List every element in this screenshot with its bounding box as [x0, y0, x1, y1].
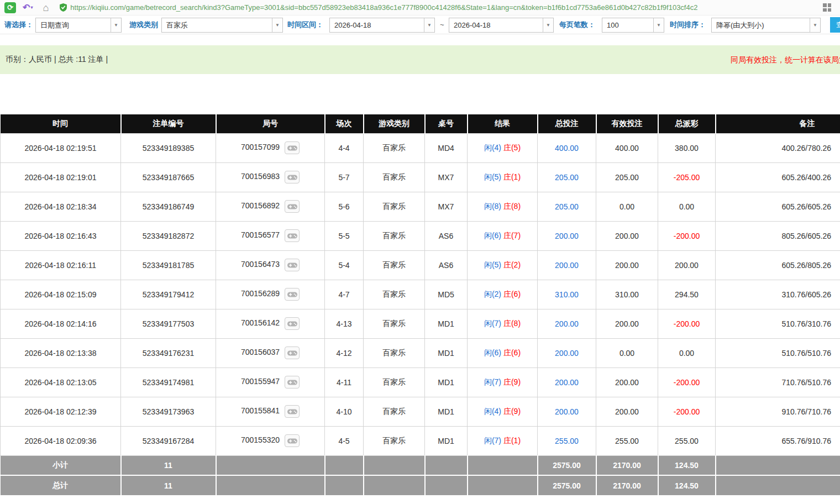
subtotal-label: 小计	[1, 455, 121, 475]
cell-payout: 200.00	[658, 250, 716, 280]
result-player: 闲(7)	[484, 436, 501, 445]
cell-session: 5-5	[325, 221, 364, 250]
header-time: 时间	[1, 114, 121, 133]
refresh-icon[interactable]: ⟳	[4, 2, 16, 13]
game-type-select[interactable]: 百家乐 ▼	[161, 18, 283, 33]
cell-table-no: MD5	[425, 280, 468, 309]
table-row: 2026-04-18 02:16:11523349181785700156473…	[1, 250, 840, 280]
cell-session: 4-11	[325, 368, 364, 397]
total-count: 11	[121, 475, 216, 495]
cell-valid-bet: 255.00	[596, 426, 658, 455]
cell-note: 605.26/400.26	[716, 162, 840, 192]
cell-payout: -200.00	[658, 309, 716, 338]
cell-result: 闲(7) 庄(8)	[468, 309, 538, 338]
cell-table-no: MD1	[425, 397, 468, 426]
time-sort-select[interactable]: 降幂(由大到小) ▼	[711, 18, 821, 33]
cell-game-type: 百家乐	[364, 221, 425, 250]
security-shield-icon[interactable]	[60, 3, 67, 12]
result-player: 闲(7)	[484, 377, 501, 386]
bet-records-table: 时间 注单编号 局号 场次 游戏类别 桌号 结果 总投注 有效投注 总派彩 备注…	[0, 114, 840, 495]
total-label: 总计	[1, 475, 121, 495]
game-controller-icon[interactable]	[285, 405, 300, 418]
browser-toolbar: ⟳ ↶▾ ⌂ https://kiqiiu.com/game/betrecord…	[0, 0, 840, 15]
table-row: 2026-04-18 02:15:09523349179412700156289…	[1, 280, 840, 309]
header-payout: 总派彩	[658, 114, 716, 133]
header-session: 场次	[325, 114, 364, 133]
game-controller-icon[interactable]	[285, 229, 300, 242]
cell-bet-no: 523349177503	[121, 309, 216, 338]
cell-game-type: 百家乐	[364, 280, 425, 309]
cell-table-no: MD1	[425, 338, 468, 368]
cell-bet-no: 523349187665	[121, 162, 216, 192]
cell-payout: -205.00	[658, 162, 716, 192]
game-controller-icon[interactable]	[285, 317, 300, 330]
result-player: 闲(4)	[484, 407, 501, 416]
game-controller-icon[interactable]	[285, 288, 300, 301]
cell-total-bet: 200.00	[538, 338, 596, 368]
cell-time: 2026-04-18 02:18:34	[1, 192, 121, 221]
table-row: 2026-04-18 02:19:51523349189385700157099…	[1, 133, 840, 162]
header-table-no: 桌号	[425, 114, 468, 133]
game-controller-icon[interactable]	[285, 200, 300, 213]
cell-note: 510.76/510.76	[716, 338, 840, 368]
cell-time: 2026-04-18 02:15:09	[1, 280, 121, 309]
date-to-select[interactable]: 2026-04-18 ▼	[449, 18, 554, 33]
cell-payout: 255.00	[658, 426, 716, 455]
cell-session: 5-7	[325, 162, 364, 192]
chevron-down-icon: ▼	[810, 18, 820, 32]
cell-empty	[468, 475, 538, 495]
home-icon[interactable]: ⌂	[43, 2, 49, 13]
result-player: 闲(5)	[484, 260, 501, 269]
filter-bar: 请选择： 日期查询 ▼ 游戏类别 百家乐 ▼ 时间区间： 2026-04-18 …	[0, 15, 840, 34]
cell-table-no: MD1	[425, 368, 468, 397]
game-controller-icon[interactable]	[285, 347, 300, 359]
cell-time: 2026-04-18 02:13:05	[1, 368, 121, 397]
cell-valid-bet: 200.00	[596, 368, 658, 397]
game-controller-icon[interactable]	[285, 434, 300, 447]
result-player: 闲(5)	[484, 172, 501, 181]
cell-bet-no: 523349182872	[121, 221, 216, 250]
cell-note: 805.26/605.26	[716, 221, 840, 250]
cell-time: 2026-04-18 02:13:38	[1, 338, 121, 368]
cell-game-type: 百家乐	[364, 426, 425, 455]
cell-empty	[425, 475, 468, 495]
game-controller-icon[interactable]	[285, 171, 300, 183]
cell-empty	[216, 455, 325, 475]
cell-total-bet: 255.00	[538, 426, 596, 455]
cell-session: 4-13	[325, 309, 364, 338]
cell-empty	[364, 475, 425, 495]
total-payout: 124.50	[658, 475, 716, 495]
url-text: https://kiqiiu.com/game/betrecord_search…	[70, 3, 697, 12]
date-from-select[interactable]: 2026-04-18 ▼	[329, 18, 435, 33]
cell-table-no: MD4	[425, 133, 468, 162]
address-bar[interactable]: https://kiqiiu.com/game/betrecord_search…	[60, 1, 815, 14]
round-number: 700156473	[241, 260, 280, 269]
cell-note: 605.26/605.26	[716, 192, 840, 221]
cell-empty	[325, 455, 364, 475]
cell-total-bet: 200.00	[538, 397, 596, 426]
cell-note: 910.76/710.76	[716, 397, 840, 426]
search-button[interactable]: 查询	[830, 17, 840, 33]
cell-payout: -200.00	[658, 368, 716, 397]
cell-time: 2026-04-18 02:16:11	[1, 250, 121, 280]
game-controller-icon[interactable]	[285, 376, 300, 389]
cell-table-no: MD1	[425, 309, 468, 338]
cell-result: 闲(7) 庄(9)	[468, 368, 538, 397]
cell-result: 闲(2) 庄(6)	[468, 280, 538, 309]
result-banker: 庄(8)	[503, 319, 521, 328]
cell-game-type: 百家乐	[364, 192, 425, 221]
cell-time: 2026-04-18 02:19:01	[1, 162, 121, 192]
game-controller-icon[interactable]	[285, 259, 300, 271]
cell-result: 闲(5) 庄(1)	[468, 162, 538, 192]
query-type-label: 请选择：	[4, 15, 33, 34]
extension-icon[interactable]	[823, 3, 831, 12]
cell-bet-no: 523349189385	[121, 133, 216, 162]
page-size-select[interactable]: 100 ▼	[602, 18, 664, 33]
chevron-down-icon: ▼	[272, 18, 282, 32]
query-type-select[interactable]: 日期查询 ▼	[35, 18, 122, 33]
game-controller-icon[interactable]	[285, 141, 300, 154]
undo-icon[interactable]: ↶▾	[23, 2, 33, 13]
cell-table-no: MX7	[425, 162, 468, 192]
cell-result: 闲(8) 庄(8)	[468, 192, 538, 221]
cell-valid-bet: 205.00	[596, 162, 658, 192]
